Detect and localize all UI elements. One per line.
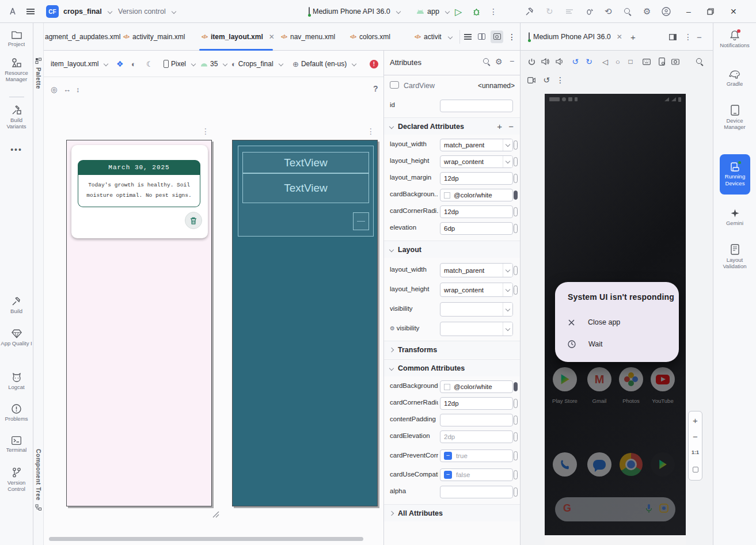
zoom-ratio-button[interactable]: 1:1 — [689, 445, 702, 460]
tab-colors[interactable]: </>colors.xml — [350, 23, 390, 50]
dropdown-chevron-icon[interactable] — [503, 156, 512, 167]
dock-icon-chrome[interactable] — [619, 452, 643, 477]
restore-window-button[interactable] — [707, 0, 714, 23]
device-more-icon[interactable]: ⋮ — [554, 74, 567, 86]
dropdown-chevron-icon[interactable] — [503, 139, 512, 151]
design-mode-icon[interactable] — [491, 23, 503, 50]
id-input[interactable] — [440, 100, 513, 112]
tab-item-layout[interactable]: </>item_layout.xml✕ — [202, 23, 275, 50]
app-icon-play-store[interactable] — [553, 367, 577, 391]
vertical-constraint-icon[interactable]: ↕ — [76, 85, 80, 94]
sidebar-item-device-manager[interactable]: Device Manager — [713, 105, 756, 131]
design-preview-menu-icon[interactable]: ⋮ — [202, 127, 210, 136]
attr-value-dropdown[interactable] — [440, 302, 513, 317]
zoom-fit-button[interactable] — [689, 462, 702, 477]
sidebar-item-resource-manager[interactable]: Resource Manager — [0, 58, 33, 83]
dock-icon-messages[interactable] — [587, 452, 611, 477]
attributes-gear-icon[interactable]: ⚙ — [495, 57, 503, 66]
settings-gear-icon[interactable]: ⚙ — [643, 0, 651, 23]
design-preview[interactable]: March 30, 2025 Today's growth is healthy… — [66, 140, 212, 506]
panel-options-icon[interactable]: ⋮ — [684, 23, 692, 51]
sidebar-more-icon[interactable]: ••• — [0, 145, 33, 154]
design-surface-icon[interactable]: ❖ — [116, 51, 124, 77]
emulator-screen[interactable]: M Play Store Gmail Photos YouTube G — [545, 94, 686, 545]
blueprint-textview-1[interactable]: TextView — [242, 152, 369, 173]
split-editor-icon[interactable] — [478, 23, 485, 50]
zoom-in-button[interactable]: + — [689, 413, 702, 428]
attr-value-color[interactable]: @color/white — [440, 380, 513, 393]
sidebar-item-notifications[interactable]: Notifications — [713, 30, 756, 48]
zoom-out-button[interactable]: − — [689, 429, 702, 444]
tab-nav-menu[interactable]: </>nav_menu.xml — [281, 23, 335, 50]
android-recents-icon[interactable]: □ — [624, 55, 637, 68]
screenshot-icon[interactable] — [669, 55, 682, 68]
blueprint-imagebutton[interactable] — [353, 212, 369, 230]
app-icon-youtube[interactable] — [651, 367, 675, 391]
account-avatar-icon[interactable] — [662, 0, 671, 23]
add-attribute-icon[interactable]: + — [497, 121, 502, 131]
flag-checkbox-icon[interactable]: − — [444, 452, 452, 460]
dropdown-chevron-icon[interactable] — [503, 264, 512, 277]
sidebar-item-app-quality-insights[interactable]: App Quality I — [0, 329, 33, 346]
search-everywhere-icon[interactable] — [624, 0, 632, 23]
tab-list-icon[interactable] — [464, 23, 472, 50]
attributes-hide-icon[interactable]: − — [510, 56, 514, 66]
device-settings-icon[interactable] — [655, 55, 668, 68]
tab-options-icon[interactable]: ⋮ — [508, 23, 516, 50]
flag-checkbox-icon[interactable]: − — [444, 471, 452, 479]
window-mode-icon[interactable] — [669, 23, 677, 51]
attr-state-pill[interactable] — [514, 487, 518, 497]
add-device-icon[interactable]: + — [630, 32, 636, 42]
attr-value-color[interactable]: @color/white — [440, 189, 513, 201]
tab-fragment-updates[interactable]: agment_d_aupdates.xml — [45, 23, 120, 50]
dock-icon-play-store[interactable] — [651, 452, 675, 477]
design-canvas[interactable]: ◎ ↔ ↕ ? ⋮ ⋮ March 30, 2025 Today's growt… — [44, 77, 383, 545]
tab-activity-truncated[interactable]: </>activit — [415, 23, 452, 50]
theme-menu[interactable]: ◐Crops_final — [231, 51, 283, 77]
attr-state-pill[interactable] — [514, 266, 518, 275]
mic-icon[interactable] — [645, 504, 652, 514]
attr-value-input[interactable]: 6dp — [440, 222, 513, 235]
device-tab[interactable]: Medium Phone API 36.0 ✕ + — [529, 23, 636, 51]
color-swatch[interactable] — [444, 192, 450, 199]
app-icon-photos[interactable] — [619, 367, 643, 391]
hide-panel-icon[interactable]: − — [697, 23, 702, 51]
debug-button[interactable] — [472, 0, 481, 23]
lens-icon[interactable] — [659, 504, 668, 513]
sidebar-item-build[interactable]: Build — [0, 297, 33, 314]
volume-up-icon[interactable] — [539, 55, 552, 68]
sidebar-item-problems[interactable]: Problems — [0, 404, 33, 422]
sidebar-item-version-control[interactable]: Version Control — [0, 467, 33, 493]
sidebar-item-layout-validation[interactable]: Layout Validation — [713, 244, 756, 270]
color-swatch[interactable] — [444, 384, 450, 390]
canvas-resize-handle[interactable] — [211, 510, 219, 518]
google-g-icon[interactable]: G — [563, 502, 571, 514]
dock-icon-phone[interactable] — [553, 452, 577, 477]
main-menu-icon[interactable] — [26, 0, 35, 23]
blueprint-textview-2[interactable]: TextView — [242, 173, 369, 203]
android-home-icon[interactable]: ○ — [611, 55, 624, 68]
build-button[interactable] — [525, 0, 534, 23]
anr-close-app-option[interactable]: Close app — [568, 315, 671, 329]
attr-value-input[interactable]: 12dp — [440, 205, 513, 218]
sidebar-item-gradle[interactable]: Gradle — [713, 70, 756, 87]
attr-value-dropdown[interactable]: wrap_content — [440, 155, 513, 168]
snapshot-reset-icon[interactable]: ↺ — [540, 74, 553, 86]
section-all-attributes[interactable]: All Attributes — [384, 504, 520, 521]
rotate-right-icon[interactable]: ↻ — [583, 55, 595, 68]
note-card[interactable]: March 30, 2025 Today's growth is healthy… — [71, 145, 208, 238]
volume-down-icon[interactable] — [553, 55, 565, 68]
attr-value-input[interactable]: 2dp — [440, 430, 513, 443]
delete-note-button[interactable] — [185, 212, 202, 229]
screen-record-icon[interactable] — [525, 74, 538, 86]
device-menu[interactable]: Pixel — [164, 51, 195, 77]
section-transforms[interactable]: Transforms — [384, 341, 520, 358]
attr-value-input[interactable] — [440, 414, 513, 426]
file-selector[interactable]: item_layout.xml — [51, 51, 108, 77]
device-search-icon[interactable] — [693, 55, 706, 68]
attr-value-dropdown[interactable]: match_parent — [440, 263, 513, 277]
dropdown-chevron-icon[interactable] — [503, 322, 512, 336]
run-button[interactable]: ▷ — [455, 0, 462, 23]
android-back-icon[interactable]: ◁ — [599, 55, 611, 68]
locale-menu[interactable]: ⊕Default (en-us) — [292, 51, 356, 77]
